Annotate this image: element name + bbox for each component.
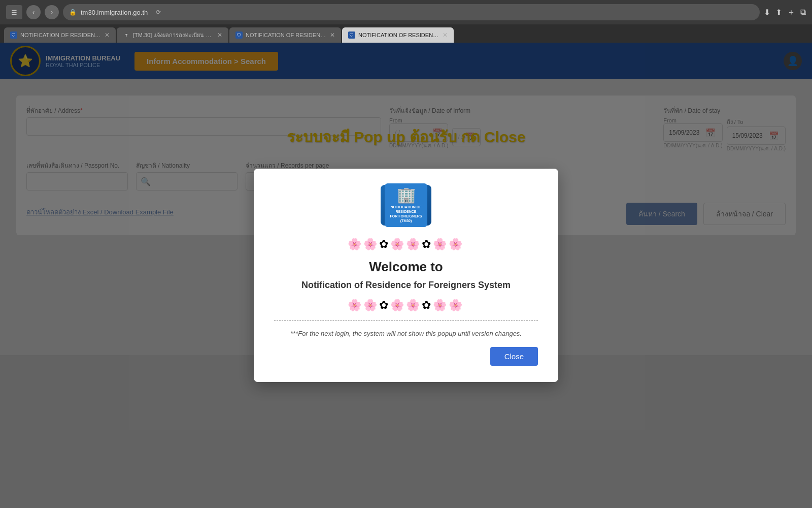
sidebar-toggle-button[interactable]: ☰: [6, 5, 22, 19]
url-text: tm30.immigration.go.th: [81, 9, 148, 16]
modal-title: Welcome to: [274, 259, 538, 275]
welcome-modal: 🏢 NOTIFICATION OF RESIDENCE FOR FOREIGNE…: [254, 169, 558, 382]
modal-divider: [274, 320, 538, 321]
tab-4-close[interactable]: ✕: [443, 31, 448, 39]
tab-1-close[interactable]: ✕: [105, 31, 110, 39]
tab-2-close[interactable]: ✕: [217, 31, 222, 39]
tab-3-close[interactable]: ✕: [330, 31, 335, 39]
close-modal-button[interactable]: Close: [490, 347, 538, 366]
modal-flowers-bottom: 🌸🌸✿🌸🌸✿🌸🌸: [274, 299, 538, 312]
address-bar[interactable]: 🔒 tm30.immigration.go.th ⟳: [63, 4, 760, 20]
browser-chrome: ☰ ‹ › 🔒 tm30.immigration.go.th ⟳ ⬇ ⬆ ＋ ⧉: [0, 0, 812, 24]
tab-2-title: [TM.30] แจ้งผลการลงทะเบียน ม.30 (Registe…: [133, 30, 214, 40]
tab-4-title: NOTIFICATION OF RESIDENCE FOR FOREIGNERS: [358, 32, 439, 38]
reload-icon: ⟳: [156, 9, 161, 16]
modal-logo-img: 🏢 NOTIFICATION OF RESIDENCE FOR FOREIGNE…: [381, 185, 431, 226]
modal-logo-inner: 🏢 NOTIFICATION OF RESIDENCE FOR FOREIGNE…: [385, 183, 427, 227]
modal-overlay: 🏢 NOTIFICATION OF RESIDENCE FOR FOREIGNE…: [0, 43, 812, 508]
tab-bar: 🛡 NOTIFICATION OF RESIDENCE FOR FOREIGNE…: [0, 24, 812, 43]
modal-flowers-top: 🌸🌸✿🌸🌸✿🌸🌸: [274, 238, 538, 251]
lock-icon: 🔒: [69, 9, 77, 16]
modal-subtitle: Notification of Residence for Foreigners…: [274, 280, 538, 291]
tab-1-favicon: 🛡: [10, 31, 17, 39]
tab-3[interactable]: 🛡 NOTIFICATION OF RESIDENCE FOR FOREIGNE…: [229, 27, 341, 43]
tab-2-favicon: T: [123, 31, 130, 39]
tab-4[interactable]: 🛡 NOTIFICATION OF RESIDENCE FOR FOREIGNE…: [342, 27, 454, 43]
tab-3-title: NOTIFICATION OF RESIDENCE FOR FOREIGNERS: [246, 32, 327, 38]
share-icon[interactable]: ⬆: [775, 8, 782, 17]
tab-1[interactable]: 🛡 NOTIFICATION OF RESIDENCE FOR FOREIGNE…: [4, 27, 116, 43]
new-tab-icon[interactable]: ＋: [787, 7, 795, 18]
download-icon[interactable]: ⬇: [764, 8, 770, 17]
modal-note: ***For the next login, the system will n…: [274, 329, 538, 339]
tab-1-title: NOTIFICATION OF RESIDENCE FOR FOREIGNERS: [20, 32, 101, 38]
tab-3-favicon: 🛡: [235, 31, 243, 39]
back-button[interactable]: ‹: [26, 5, 41, 19]
window-icon[interactable]: ⧉: [800, 8, 806, 17]
modal-building-icon: 🏢: [389, 187, 423, 203]
tab-2[interactable]: T [TM.30] แจ้งผลการลงทะเบียน ม.30 (Regis…: [117, 27, 228, 43]
modal-logo-area: 🏢 NOTIFICATION OF RESIDENCE FOR FOREIGNE…: [274, 185, 538, 226]
tab-4-favicon: 🛡: [348, 31, 355, 39]
modal-logo-text-1: NOTIFICATION OF RESIDENCE FOR FOREIGNERS…: [389, 205, 423, 223]
browser-actions: ⬇ ⬆ ＋ ⧉: [764, 7, 806, 18]
modal-footer: Close: [274, 347, 538, 366]
forward-button[interactable]: ›: [45, 5, 59, 19]
